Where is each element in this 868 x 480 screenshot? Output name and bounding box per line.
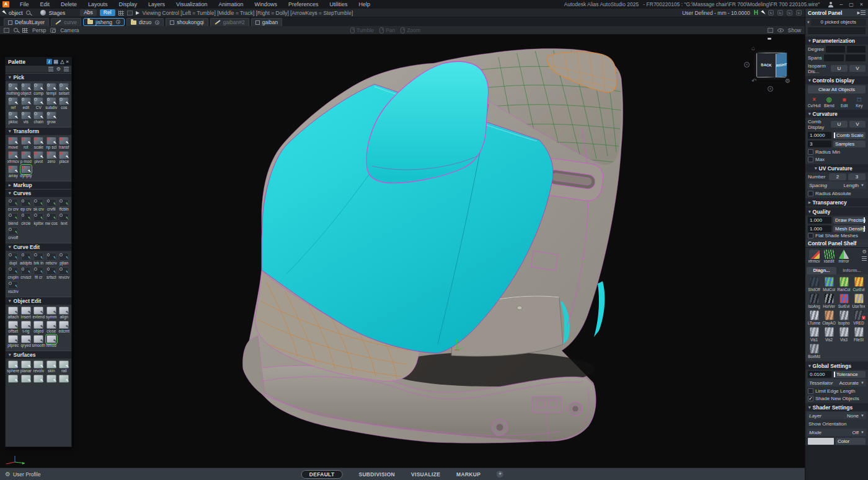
tool-fit-cr[interactable]: fit cr — [32, 267, 45, 280]
comb-v-button[interactable]: V — [849, 121, 866, 128]
tool-insert[interactable]: insert — [20, 307, 33, 320]
section-quality[interactable]: ▾Quality — [805, 207, 868, 216]
samples-field[interactable]: 3 — [808, 141, 831, 147]
camera-label[interactable]: Camera — [60, 27, 79, 33]
tool-grow[interactable]: grow — [45, 111, 58, 124]
tool-zero[interactable]: zero — [45, 151, 58, 164]
menu-delete[interactable]: Delete — [55, 1, 82, 7]
menu-visualization[interactable]: Visualization — [170, 1, 213, 7]
tool-dupl[interactable]: dupl — [7, 253, 20, 266]
tool-object[interactable]: object — [20, 83, 33, 96]
palette-section-curves[interactable]: ▾Curves — [6, 189, 71, 197]
shelf-menu-icon[interactable] — [862, 256, 867, 261]
tool-crvsct[interactable]: crvsct — [20, 267, 33, 280]
picked-objects-row[interactable]: ▾ 0 picked objects — [805, 17, 868, 27]
checkbox-icon[interactable] — [170, 20, 174, 25]
add-workspace-button[interactable]: + — [497, 471, 503, 478]
menu-utilities[interactable]: Utilities — [324, 1, 353, 7]
draw-precision-label[interactable]: Draw Precision — [833, 217, 866, 224]
tool-rebcrv[interactable]: rebcrv — [45, 253, 58, 266]
tool-dynply[interactable]: dynply — [20, 165, 33, 178]
tool-objed[interactable]: objed — [32, 321, 45, 334]
tool-offset[interactable]: offset — [7, 321, 20, 334]
menu-help[interactable]: Help — [353, 1, 376, 7]
workspace-tab-markup[interactable]: MARKUP — [456, 471, 480, 478]
section-global-settings[interactable]: ▾Global Settings — [805, 362, 868, 370]
tool-xfrmcv[interactable]: xfrmcv — [7, 151, 20, 164]
tool-addpts[interactable]: addpts — [20, 253, 33, 266]
tool-icon[interactable] — [45, 375, 58, 388]
stages-icon[interactable] — [40, 10, 46, 15]
locator-badge-icon[interactable] — [116, 20, 120, 24]
pick-object-label[interactable]: object — [9, 10, 23, 16]
tool-selset[interactable]: selset — [58, 83, 71, 96]
section-parameterization[interactable]: ▾Parameterization — [805, 37, 868, 45]
tool-xsctrv[interactable]: xsctrv — [7, 281, 20, 294]
radius-absolute-checkbox[interactable] — [808, 191, 813, 196]
diag-surevl[interactable]: SurEvl — [836, 294, 851, 308]
pencil-icon[interactable] — [56, 20, 61, 25]
radius-min-checkbox[interactable] — [808, 149, 813, 155]
diag-vred[interactable]: VVRED — [851, 310, 866, 325]
tool-align[interactable]: align — [58, 307, 71, 320]
tool-attach[interactable]: attach — [7, 307, 20, 320]
tool-kptbx[interactable]: kptbx — [32, 213, 45, 226]
menu-display[interactable]: Display — [113, 1, 143, 7]
tool-rot[interactable]: rot — [20, 137, 33, 150]
section-uv-curvature[interactable]: ▾UV Curvature — [805, 164, 868, 172]
diag-usetex[interactable]: UseTex — [851, 294, 866, 308]
lock-icon[interactable] — [768, 28, 773, 33]
tab-diagn-[interactable]: Diagn... — [807, 267, 836, 274]
snap-intersect-icon[interactable] — [796, 10, 802, 15]
tool-vis[interactable]: vis — [20, 111, 33, 124]
user-account-icon[interactable] — [828, 2, 833, 7]
diag-rancol[interactable]: RanCol — [836, 277, 851, 292]
perspective-view-label[interactable]: Persp — [32, 27, 46, 33]
tool-transf[interactable]: transf — [58, 137, 71, 150]
menu-animation[interactable]: Animation — [213, 1, 249, 7]
spans-v-field[interactable] — [846, 55, 866, 61]
close-button[interactable]: × — [860, 1, 863, 7]
shelf-tool-xfrmcv[interactable]: xfrmcv — [807, 250, 822, 264]
diag-clayao[interactable]: ClayAO — [822, 310, 836, 325]
tool-np-scl[interactable]: np scl — [45, 137, 58, 150]
folder-icon[interactable] — [131, 20, 136, 25]
controls-display-blend[interactable]: ◎Blend — [822, 96, 836, 108]
degree-v-field[interactable] — [847, 46, 866, 53]
menu-edit[interactable]: Edit — [35, 1, 56, 7]
prompt-expand-icon[interactable] — [136, 11, 140, 15]
tool-pkloc[interactable]: pkloc — [7, 111, 20, 124]
section-controls-display[interactable]: ▾Controls Display — [805, 76, 868, 84]
tool-qryed[interactable]: qryed — [20, 335, 33, 348]
palette-window[interactable]: Palette i ▤ △ × ⚙ ▾Picknothingobjectcomp… — [5, 57, 72, 447]
diag-vis2[interactable]: Vis2 — [822, 327, 836, 342]
menu-file[interactable]: File — [14, 1, 35, 7]
tool-array[interactable]: array — [7, 165, 20, 178]
tool-icon[interactable] — [58, 375, 71, 388]
picked-objects-field[interactable] — [808, 27, 866, 34]
grid-toggle-icon[interactable] — [22, 28, 28, 33]
tool-planar[interactable]: planar — [20, 360, 33, 373]
pick-cursor-icon[interactable] — [2, 10, 7, 15]
palette-section-pick[interactable]: ▾Pick — [6, 73, 71, 81]
zoom-tool-icon[interactable] — [14, 28, 18, 32]
tolerance-label[interactable]: Tolerance — [833, 371, 866, 378]
zoom-in-icon[interactable]: + — [768, 86, 773, 92]
diag-vis1[interactable]: Vis1 — [807, 327, 822, 342]
gear-icon[interactable]: ⚙ — [56, 67, 61, 72]
checkbox-icon[interactable] — [8, 20, 12, 25]
isoparm-u-button[interactable]: U — [831, 65, 847, 72]
draw-precision-field[interactable]: 1.000 — [808, 217, 831, 224]
history-badge[interactable]: H — [754, 9, 758, 16]
tool-icon[interactable] — [7, 375, 20, 388]
workspace-tab-subdivision[interactable]: SUBDIVISION — [358, 471, 395, 478]
diag-boxmd[interactable]: BoxMd — [807, 344, 822, 359]
menu-icon[interactable] — [64, 67, 69, 71]
tool-scale[interactable]: scale — [32, 137, 45, 150]
detach-icon[interactable] — [857, 11, 861, 14]
tool-cv[interactable]: CV — [32, 97, 45, 110]
snap-curve-icon[interactable] — [777, 10, 783, 15]
section-shader-settings[interactable]: ▾Shader Settings — [805, 403, 868, 411]
tool-revolv[interactable]: revolv — [32, 360, 45, 373]
user-profile-gear-icon[interactable]: ⚙ — [5, 471, 11, 478]
